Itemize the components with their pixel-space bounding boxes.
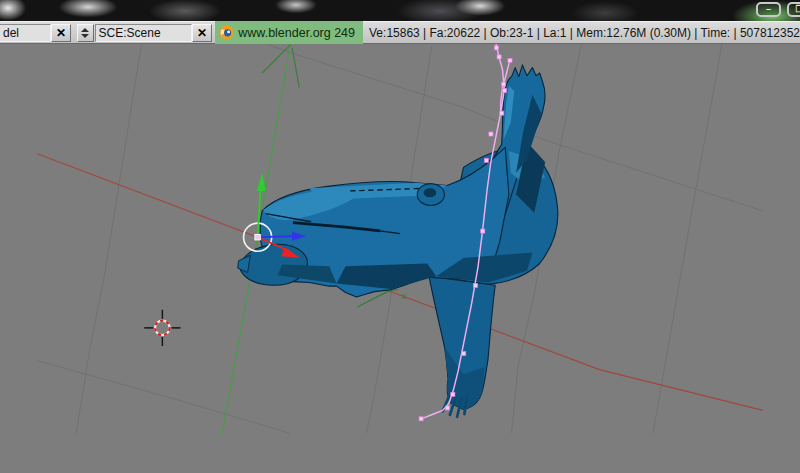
blender-logo-icon <box>219 25 234 40</box>
scene-statistics: Ve:15863 | Fa:20622 | Ob:23-1 | La:1 | M… <box>369 26 800 40</box>
manipulator-center <box>255 234 260 239</box>
3d-cursor <box>144 310 180 346</box>
version-label: www.blender.org 249 <box>238 26 355 40</box>
desktop-background: – ❐ <box>0 0 800 21</box>
viewport-canvas[interactable]: x <box>0 44 800 473</box>
scene-name-field[interactable]: SCE:Scene <box>95 24 192 42</box>
blender-info-header: del ✕ SCE:Scene ✕ www.blender.org 249 Ve… <box>0 21 800 44</box>
chevron-up-icon <box>81 28 89 32</box>
maximize-icon: ❐ <box>795 4 800 14</box>
ear-loop <box>417 184 444 206</box>
character-mesh[interactable] <box>238 65 558 417</box>
browse-scene-button[interactable] <box>77 24 93 42</box>
window-maximize-button[interactable]: ❐ <box>787 2 800 17</box>
close-scene-button[interactable]: ✕ <box>192 24 213 42</box>
blender-window: – ❐ del ✕ SCE:Scene ✕ www.blender.org 24… <box>0 0 800 473</box>
chevron-down-icon <box>81 34 89 38</box>
3d-viewport[interactable]: x <box>0 44 800 473</box>
datablock-name-field[interactable]: del <box>0 24 51 42</box>
close-datablock-button[interactable]: ✕ <box>51 24 72 42</box>
window-minimize-button[interactable]: – <box>756 2 781 17</box>
minimize-icon: – <box>766 4 771 14</box>
x-axis-label: x <box>401 290 406 301</box>
datablock-name-value: del <box>3 26 19 40</box>
scene-name-value: SCE:Scene <box>99 26 161 40</box>
version-banner: www.blender.org 249 <box>215 21 363 44</box>
